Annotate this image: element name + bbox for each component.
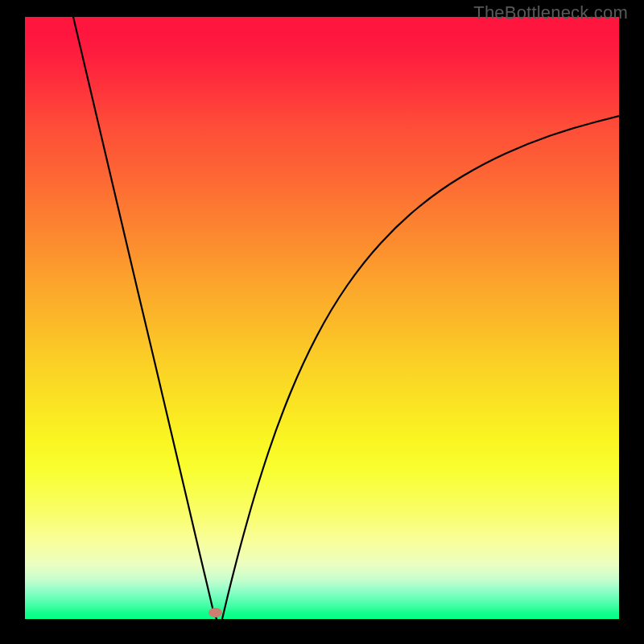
- optimal-point-marker: [208, 608, 222, 617]
- curve-right-branch: [222, 116, 619, 619]
- curve-left-branch: [73, 17, 217, 619]
- watermark-text: TheBottleneck.com: [473, 2, 628, 23]
- bottleneck-curve: [25, 17, 619, 619]
- chart-area: [25, 17, 619, 619]
